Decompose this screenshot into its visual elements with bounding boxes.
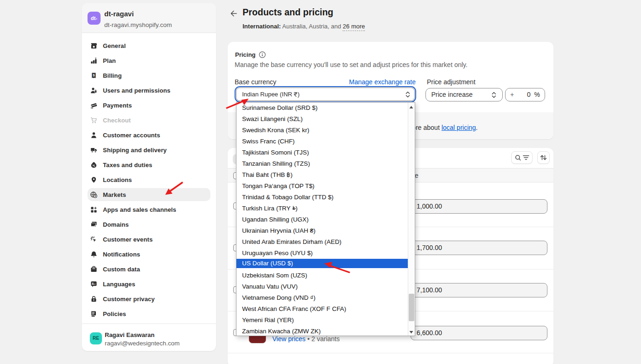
svg-text:x: x bbox=[94, 283, 95, 285]
svg-text:$: $ bbox=[93, 73, 95, 77]
svg-text:A: A bbox=[92, 282, 94, 285]
